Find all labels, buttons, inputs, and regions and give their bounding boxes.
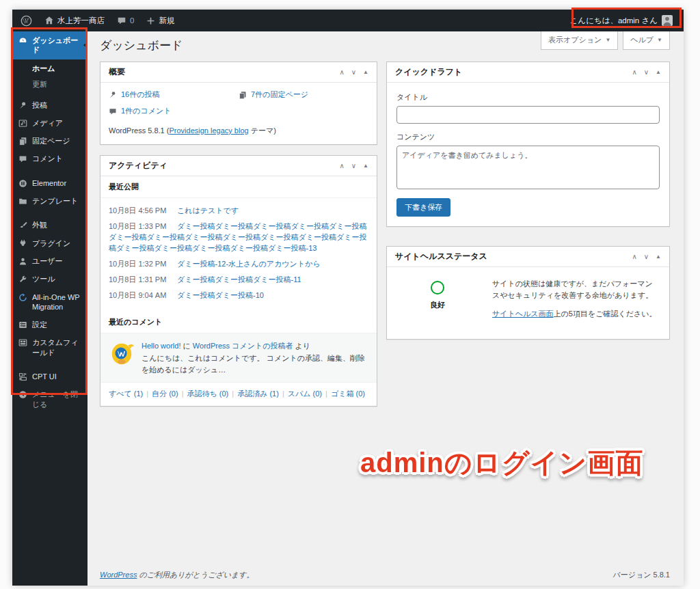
post-link[interactable]: ダミー投稿ダミー投稿-10 — [177, 291, 264, 299]
sidebar-item-label: テンプレート — [32, 196, 78, 206]
move-up-icon[interactable]: ∧ — [632, 69, 636, 76]
sidebar-item-label: コメント — [32, 154, 63, 163]
sidebar-item-settings[interactable]: 設定 — [12, 316, 88, 333]
move-up-icon[interactable]: ∧ — [339, 69, 344, 76]
sidebar-item-users[interactable]: ユーザー — [12, 252, 88, 270]
draft-content-textarea[interactable] — [396, 146, 660, 189]
sidebar-item-appearance[interactable]: 外観 — [12, 216, 88, 234]
health-status-label: 良好 — [430, 300, 445, 310]
comment-author-link[interactable]: WordPress コメントの投稿者 — [193, 342, 293, 350]
collapse-toggle-icon[interactable]: ▲ — [656, 70, 661, 75]
move-down-icon[interactable]: ∨ — [351, 163, 356, 169]
health-link-line: サイトヘルス画面上の5項目をご確認ください。 — [492, 308, 660, 320]
move-up-icon[interactable]: ∧ — [632, 254, 636, 260]
quick-draft-widget: クイックドラフト ∧ ∨ ▲ タイトル コンテンツ — [386, 61, 670, 227]
move-down-icon[interactable]: ∨ — [644, 69, 649, 76]
theme-link[interactable]: Providesign legacy blog — [169, 126, 248, 135]
sidebar-item-comments[interactable]: コメント — [12, 150, 88, 167]
footer-version: バージョン 5.8.1 — [612, 570, 670, 580]
collapse-menu-button[interactable]: メニューを閉じる — [12, 385, 88, 413]
widget-handles: ∧ ∨ ▲ — [632, 69, 661, 76]
screen-options-label: 表示オプション — [548, 35, 602, 45]
wordpress-logo-menu[interactable] — [21, 15, 32, 27]
plug-icon — [18, 239, 27, 248]
filter-pending-link[interactable]: 承認待ち (0) — [187, 389, 229, 398]
sidebar-subitem-home[interactable]: ホーム — [12, 61, 88, 77]
filter-mine-link[interactable]: 自分 (0) — [152, 389, 178, 398]
dashboard-content: 表示オプション ▼ ヘルプ ▼ ダッシュボード — [88, 31, 684, 586]
sidebar-item-elementor[interactable]: Elementor — [12, 174, 88, 192]
screen-options-button[interactable]: 表示オプション ▼ — [541, 31, 618, 50]
glance-posts: 16件の投稿 — [109, 90, 239, 100]
move-down-icon[interactable]: ∨ — [351, 69, 356, 76]
comment-post-link[interactable]: Hello world! — [142, 342, 180, 350]
widget-title: サイトヘルスステータス — [395, 251, 487, 262]
pages-count-link[interactable]: 7件の固定ページ — [251, 90, 308, 100]
sidebar-item-templates[interactable]: テンプレート — [12, 192, 88, 210]
new-content-menu[interactable]: 新規 — [146, 16, 174, 26]
help-button[interactable]: ヘルプ ▼ — [623, 31, 670, 50]
filter-trash-link[interactable]: ゴミ箱 (0) — [331, 389, 365, 398]
dashboard-columns: 概要 ∧ ∨ ▲ — [100, 61, 670, 417]
sidebar-item-dashboard[interactable]: ダッシュボード — [12, 31, 88, 59]
sidebar-item-custom-fields[interactable]: カスタムフィールド — [12, 333, 88, 361]
menu-separator — [12, 210, 88, 216]
sidebar-subitem-updates[interactable]: 更新 — [12, 77, 88, 92]
filter-approved-link[interactable]: 承認済み (1) — [237, 389, 279, 398]
user-icon — [18, 257, 27, 266]
settings-icon — [18, 320, 27, 329]
version-prefix: WordPress 5.8.1 ( — [109, 126, 169, 135]
site-health-screen-link[interactable]: サイトヘルス画面 — [492, 310, 554, 318]
recent-comments-heading: 最近のコメント — [100, 312, 377, 333]
widget-header: アクティビティ ∧ ∨ ▲ — [100, 156, 377, 176]
screenshot-stage: 水上芳一商店 0 新規 こんにちは、admin さん — [0, 0, 700, 589]
avatar — [662, 15, 673, 26]
sidebar-item-tools[interactable]: ツール — [12, 270, 88, 288]
site-name-menu[interactable]: 水上芳一商店 — [44, 16, 105, 26]
pushpin-icon — [18, 101, 27, 110]
admin-footer: WordPress のご利用ありがとうございます。 バージョン 5.8.1 — [100, 570, 670, 580]
move-up-icon[interactable]: ∧ — [339, 163, 344, 169]
sidebar-item-posts[interactable]: 投稿 — [12, 96, 88, 114]
move-down-icon[interactable]: ∨ — [644, 254, 649, 260]
comments-count-link[interactable]: 1件のコメント — [121, 106, 171, 116]
footer-thanks-text: のご利用ありがとうございます。 — [137, 571, 254, 579]
sidebar-item-cpt-ui[interactable]: CPT UI — [12, 368, 88, 385]
home-icon — [44, 16, 54, 25]
activity-widget: アクティビティ ∧ ∨ ▲ 最近公開 10月8日 4:56 PMこ — [100, 155, 377, 407]
save-draft-button[interactable]: 下書き保存 — [396, 198, 450, 217]
draft-title-input[interactable] — [396, 106, 660, 124]
sidebar-item-label: メディア — [32, 118, 63, 128]
sidebar-item-media[interactable]: メディア — [12, 114, 88, 132]
pushpin-icon — [109, 91, 117, 99]
recent-comment-item: Hello world! に WordPress コメントの投稿者 より こんに… — [100, 333, 377, 383]
list-item: 10月8日 4:56 PMこれはテストです — [109, 206, 368, 217]
wordpress-footer-link[interactable]: WordPress — [100, 571, 137, 579]
pages-icon — [18, 137, 27, 146]
sidebar-item-all-in-one-wp-migration[interactable]: All-in-One WP Migration — [12, 288, 88, 316]
sidebar-item-label: 設定 — [32, 320, 47, 329]
filter-spam-link[interactable]: スパム (0) — [288, 389, 322, 398]
post-link[interactable]: ダミー投稿ダミー投稿ダミー投稿-11 — [177, 275, 301, 284]
sidebar-item-plugins[interactable]: プラグイン — [12, 234, 88, 252]
annotation-text: adminのログイン画面 — [360, 444, 643, 482]
site-name: 水上芳一商店 — [57, 16, 105, 26]
sidebar-item-label: 投稿 — [32, 100, 47, 110]
at-a-glance-widget: 概要 ∧ ∨ ▲ — [100, 61, 377, 145]
post-link[interactable]: これはテストです — [177, 206, 239, 215]
account-menu[interactable]: こんにちは、admin さん — [567, 15, 675, 26]
posts-count-link[interactable]: 16件の投稿 — [121, 90, 160, 100]
post-date: 10月8日 9:04 AM — [109, 290, 177, 301]
list-item: 10月8日 1:31 PMダミー投稿ダミー投稿ダミー投稿-11 — [109, 275, 368, 286]
filter-all-link[interactable]: すべて (1) — [109, 389, 143, 398]
collapse-toggle-icon[interactable]: ▲ — [363, 70, 368, 75]
help-label: ヘルプ — [630, 35, 654, 45]
sidebar-item-label: カスタムフィールド — [32, 338, 83, 357]
post-link[interactable]: ダミー投稿-12-水上さんのアカウントから — [177, 260, 321, 268]
widget-body: 良好 サイトの状態は健康ですが、まだパフォーマンスやセキュリティを改善する余地が… — [387, 267, 669, 339]
comments-menu[interactable]: 0 — [117, 16, 134, 25]
sidebar-item-pages[interactable]: 固定ページ — [12, 132, 88, 150]
sidebar-item-label: プラグイン — [32, 238, 70, 248]
collapse-toggle-icon[interactable]: ▲ — [363, 163, 368, 169]
collapse-toggle-icon[interactable]: ▲ — [656, 254, 661, 260]
